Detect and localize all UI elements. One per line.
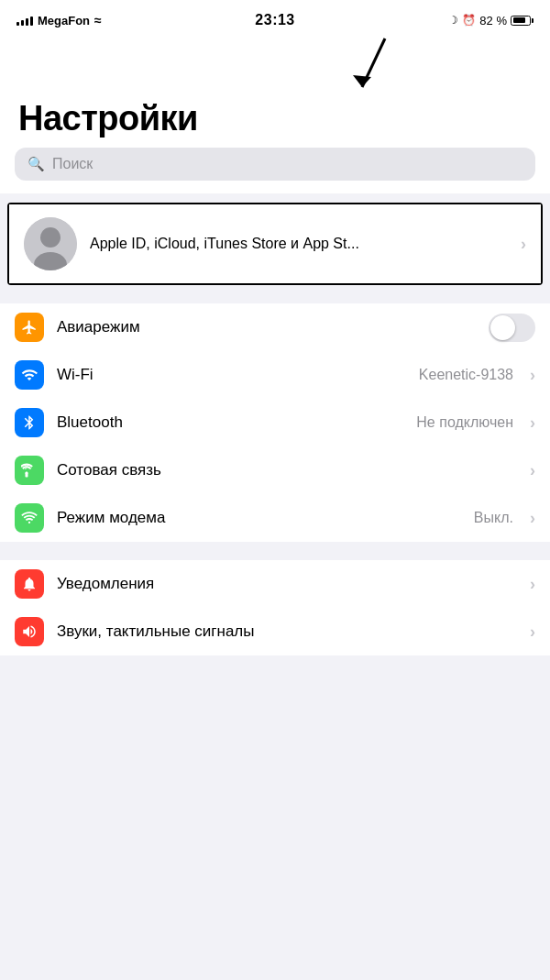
- svg-rect-5: [26, 472, 28, 477]
- svg-marker-1: [353, 75, 371, 87]
- avatar-svg: [24, 217, 77, 270]
- carrier-name: MegaFon: [38, 14, 90, 28]
- page-title: Настройки: [18, 99, 532, 148]
- hotspot-svg: [21, 510, 38, 526]
- chevron-right-icon: ›: [521, 235, 526, 254]
- search-input[interactable]: 🔍 Поиск: [15, 148, 535, 181]
- sounds-chevron-icon: ›: [530, 622, 535, 642]
- search-placeholder: Поиск: [52, 156, 93, 172]
- airplane-svg: [21, 319, 38, 336]
- bar2: [21, 20, 24, 26]
- bluetooth-value: Не подключен: [416, 414, 513, 431]
- hotspot-icon: [15, 503, 44, 533]
- notifications-chevron-icon: ›: [530, 575, 535, 594]
- settings-row-bluetooth[interactable]: Bluetooth Не подключен ›: [0, 399, 550, 446]
- search-bar-container: 🔍 Поиск: [0, 148, 550, 193]
- settings-row-wifi[interactable]: Wi-Fi Keenetic-9138 ›: [0, 351, 550, 399]
- status-right: ☽ ⏰ 82 %: [448, 14, 534, 28]
- apple-id-label: Apple ID, iCloud, iTunes Store и App St.…: [90, 236, 508, 252]
- settings-row-hotspot[interactable]: Режим модема Выкл. ›: [0, 494, 550, 542]
- settings-row-notifications[interactable]: Уведомления ›: [0, 560, 550, 608]
- status-bar: MegaFon ≈ 23:13 ☽ ⏰ 82 %: [0, 0, 550, 37]
- section-gap-2: [0, 285, 550, 294]
- section-gap-1: [0, 193, 550, 203]
- signal-bars-icon: [16, 15, 33, 26]
- status-left: MegaFon ≈: [16, 13, 102, 28]
- arrow-svg: [312, 37, 422, 92]
- sounds-svg: [21, 623, 38, 640]
- wifi-chevron-icon: ›: [530, 366, 535, 385]
- svg-point-3: [40, 227, 60, 248]
- notifications-icon: [15, 569, 44, 599]
- settings-row-cellular[interactable]: Сотовая связь ›: [0, 446, 550, 494]
- airplane-toggle[interactable]: [489, 314, 535, 342]
- cellular-svg: [21, 462, 38, 479]
- wifi-value: Keenetic-9138: [419, 367, 513, 383]
- airplane-label: Авиарежим: [57, 318, 476, 336]
- cellular-icon: [15, 456, 44, 485]
- section-gap-3: [0, 542, 550, 551]
- bluetooth-svg: [21, 414, 38, 431]
- settings-section-2: Уведомления › Звуки, тактильные сигналы …: [0, 560, 550, 655]
- notifications-svg: [21, 576, 38, 592]
- search-icon: 🔍: [28, 156, 45, 172]
- wifi-svg: [21, 367, 38, 383]
- status-time: 23:13: [255, 12, 294, 28]
- apple-id-text: Apple ID, iCloud, iTunes Store и App St.…: [90, 236, 359, 251]
- wifi-icon: ≈: [94, 13, 102, 28]
- notifications-label: Уведомления: [57, 575, 517, 593]
- moon-icon: ☽: [448, 14, 458, 27]
- bluetooth-icon: [15, 408, 44, 437]
- settings-section-1: Авиарежим Wi-Fi Keenetic-9138 › Bluetoot…: [0, 303, 550, 542]
- wifi-label: Wi-Fi: [57, 366, 406, 384]
- airplane-icon: [15, 313, 44, 342]
- alarm-icon: ⏰: [462, 14, 476, 27]
- battery-icon: [511, 16, 534, 26]
- header: Настройки: [0, 92, 550, 148]
- cellular-label: Сотовая связь: [57, 461, 517, 479]
- bar4: [30, 17, 33, 26]
- hotspot-label: Режим модема: [57, 509, 461, 527]
- sounds-icon: [15, 617, 44, 646]
- airplane-toggle-knob: [490, 315, 515, 340]
- bluetooth-chevron-icon: ›: [530, 413, 535, 433]
- hotspot-value: Выкл.: [474, 510, 513, 526]
- arrow-annotation: [0, 37, 550, 92]
- bar1: [16, 22, 19, 26]
- apple-id-row[interactable]: Apple ID, iCloud, iTunes Store и App St.…: [9, 204, 541, 283]
- avatar: [24, 217, 77, 270]
- settings-row-sounds[interactable]: Звуки, тактильные сигналы ›: [0, 608, 550, 655]
- apple-id-section[interactable]: Apple ID, iCloud, iTunes Store и App St.…: [7, 203, 543, 285]
- wifi-settings-icon: [15, 360, 44, 390]
- hotspot-chevron-icon: ›: [530, 509, 535, 528]
- bluetooth-label: Bluetooth: [57, 413, 403, 432]
- bar3: [26, 18, 28, 26]
- cellular-chevron-icon: ›: [530, 461, 535, 480]
- battery-percent: 82 %: [479, 14, 507, 28]
- settings-row-airplane[interactable]: Авиарежим: [0, 303, 550, 351]
- sounds-label: Звуки, тактильные сигналы: [57, 622, 517, 641]
